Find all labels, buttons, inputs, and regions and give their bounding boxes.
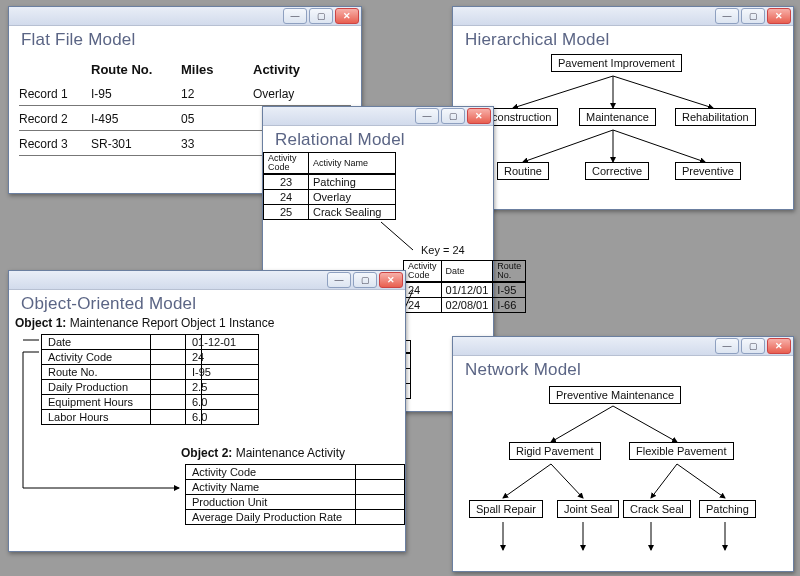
obj1-fields: Date Activity Code Route No. Daily Produ… [41,334,202,425]
node: Rehabilitation [675,108,756,126]
node: Joint Seal [557,500,619,518]
key-label: Key = 24 [421,244,465,256]
minimize-icon[interactable]: — [415,108,439,124]
instance-label: Object 1 Instance [181,316,274,330]
maximize-icon[interactable]: ▢ [741,338,765,354]
close-icon[interactable]: ✕ [379,272,403,288]
svg-line-11 [503,464,551,498]
node-root: Pavement Improvement [551,54,682,72]
obj2-fields: Activity Code Activity Name Production U… [185,464,405,525]
maximize-icon[interactable]: ▢ [741,8,765,24]
titlebar: — ▢ ✕ [9,7,361,26]
svg-line-0 [513,76,613,108]
maximize-icon[interactable]: ▢ [309,8,333,24]
minimize-icon[interactable]: — [715,8,739,24]
maximize-icon[interactable]: ▢ [353,272,377,288]
log-table: Activity CodeDateRoute No. 2401/12/01I-9… [403,260,526,313]
node: Maintenance [579,108,656,126]
svg-line-13 [651,464,677,498]
node: Corrective [585,162,649,180]
node: Rigid Pavement [509,442,601,460]
activity-table: Activity CodeActivity Name 23Patching 24… [263,152,396,220]
svg-line-14 [677,464,725,498]
titlebar: — ▢ ✕ [453,7,793,26]
titlebar: — ▢ ✕ [9,271,405,290]
svg-line-2 [613,76,713,108]
node: Spall Repair [469,500,543,518]
titlebar: — ▢ ✕ [263,107,493,126]
node: Preventive [675,162,741,180]
close-icon[interactable]: ✕ [467,108,491,124]
obj1-values: 01-12-01 24 I-95 2.5 6.0 6.0 [185,334,259,425]
table-row: Record 1 I-95 12 Overlay [19,81,351,106]
window-title: Network Model [453,356,793,382]
svg-line-10 [613,406,677,442]
svg-line-9 [551,406,613,442]
col-activity: Activity [253,62,333,77]
window-title: Flat File Model [9,26,361,52]
col-route: Route No. [91,62,181,77]
col-miles: Miles [181,62,253,77]
network-diagram: Preventive Maintenance Rigid Pavement Fl… [453,382,793,576]
window-network: — ▢ ✕ Network Model Preventive Maintenan… [452,336,794,572]
window-title: Object-Oriented Model [9,290,405,316]
node: Crack Seal [623,500,691,518]
titlebar: — ▢ ✕ [453,337,793,356]
node-root: Preventive Maintenance [549,386,681,404]
hierarchy-diagram: Pavement Improvement Reconstruction Main… [453,52,793,216]
node: Flexible Pavement [629,442,734,460]
minimize-icon[interactable]: — [327,272,351,288]
oo-content: Object 1: Maintenance Report Object 1 In… [9,316,405,556]
node: Patching [699,500,756,518]
svg-line-3 [523,130,613,162]
svg-line-12 [551,464,583,498]
window-oo: — ▢ ✕ Object-Oriented Model Object 1: Ma… [8,270,406,552]
maximize-icon[interactable]: ▢ [441,108,465,124]
window-hierarchical: — ▢ ✕ Hierarchical Model Pavement Improv… [452,6,794,210]
close-icon[interactable]: ✕ [767,8,791,24]
svg-line-6 [381,222,413,250]
window-title: Relational Model [263,126,493,152]
node: Routine [497,162,549,180]
minimize-icon[interactable]: — [715,338,739,354]
close-icon[interactable]: ✕ [767,338,791,354]
svg-line-5 [613,130,705,162]
window-title: Hierarchical Model [453,26,793,52]
minimize-icon[interactable]: — [283,8,307,24]
close-icon[interactable]: ✕ [335,8,359,24]
